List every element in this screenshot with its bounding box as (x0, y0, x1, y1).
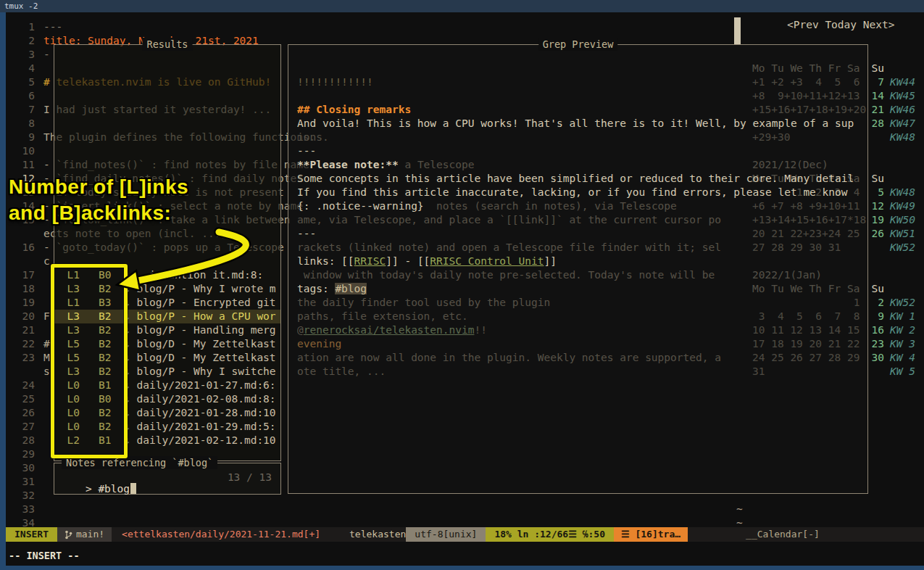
result-name: daily/2021-01-28.md:10 (130, 407, 276, 418)
tag-chip: #blog (335, 283, 367, 294)
preview-text: window with today's daily note pre-selec… (297, 269, 715, 281)
calendar-week-number: KW46 (890, 103, 915, 117)
buffer-count-segment: ☰ [16]tra… (614, 527, 688, 542)
preview-text: ation are now all done in the plugin. We… (297, 352, 721, 363)
terminal-bottom-border (0, 566, 924, 570)
preview-text: ote title, ... (297, 365, 386, 377)
annotation-text-line1: Number of [L]inks (9, 175, 188, 199)
calendar-week-number: KW48 (890, 131, 915, 144)
preview-text: evening (297, 338, 341, 350)
preview-line: @renerocksai/telekasten.nvim!! (297, 323, 866, 337)
result-name: blog/D - My Zettelkast (130, 352, 276, 363)
preview-line: And voila! This is how a CPU works! That… (297, 117, 866, 131)
preview-text: !! (474, 324, 486, 336)
preview-line: ## Closing remarks (297, 103, 866, 117)
result-name: blog/P - Why I switche (130, 365, 276, 377)
preview-text: ]] - [[ (386, 255, 430, 267)
preview-text: notes (search in notes), via Telescope (424, 200, 677, 212)
insert-mode-message: -- INSERT -- (9, 550, 80, 561)
result-name: daily/2021-01-27.md:6: (130, 379, 276, 391)
calendar-week-number: KW44 (890, 75, 915, 89)
preview-line: paths, file extension, etc. (297, 310, 866, 323)
preview-line: ame, via Telescope, and place a `[[link]… (297, 213, 866, 227)
calendar-week-number: KW48 (890, 186, 915, 199)
cursor-position-segment: 18% ln :12/66☰ ℅:50 (486, 527, 614, 542)
preview-text: links: [[ (297, 255, 354, 267)
pane-separator (734, 17, 741, 45)
terminal-left-border (0, 12, 6, 570)
result-name: blog/P - Encrypted git (130, 297, 276, 308)
calendar-week-number: KW45 (890, 89, 915, 103)
preview-text: rackets (linked note) and open a Telesco… (297, 241, 721, 253)
result-name: blog/P - How a CPU wor (130, 310, 276, 322)
preview-line: ation are now all done in the plugin. We… (297, 351, 866, 365)
encoding-segment: utf-8[unix] (406, 527, 486, 542)
preview-line: rackets (linked note) and open a Telesco… (297, 241, 866, 255)
prompt-input[interactable]: > #blog 13 / 13 (60, 471, 275, 518)
result-name: daily/2021-02-08.md:8: (130, 393, 276, 405)
calendar-week-number: KW 4 (890, 351, 915, 365)
preview-line: ote title, ... (297, 365, 866, 379)
preview-text: ame, via Telescope, and place a `[[link]… (297, 214, 721, 226)
preview-text: Some concepts in this article have been … (297, 173, 854, 184)
preview-text: If you find this article inaccurate, lac… (297, 186, 848, 198)
calendar-week-number: KW 1 (890, 310, 915, 323)
calendar-week-number: KW52 (890, 296, 915, 310)
calendar-week-number: KW49 (890, 199, 915, 213)
preview-line: tags: #blog (297, 282, 866, 296)
calendar-next-button[interactable]: Next> (863, 19, 895, 30)
calendar-prev-button[interactable]: <Prev (787, 19, 819, 30)
preview-line: --- (297, 144, 866, 158)
preview-line: !!!!!!!!!!!! (297, 75, 866, 89)
preview-text: And voila! This is how a CPU works! That… (297, 117, 854, 129)
plugin-name-segment: telekasten (330, 527, 406, 542)
preview-content: !!!!!!!!!!!!## Closing remarksAnd voila!… (288, 45, 867, 493)
calendar-buffer-segment: __Calendar[-] (688, 527, 924, 542)
result-count: 13 / 13 (228, 471, 272, 483)
tmux-title-text: tmux -2 (4, 1, 38, 11)
calendar-week-number: KW52 (890, 241, 915, 255)
preview-line: --- (297, 227, 866, 241)
calendar-today-button[interactable]: Today (825, 19, 857, 30)
preview-line: window with today's daily note pre-selec… (297, 268, 866, 282)
preview-text: tags: (297, 283, 335, 294)
git-branch-label: main! (76, 527, 104, 542)
preview-text: **Please note:** (297, 159, 399, 170)
note-link[interactable]: RRISC Control Unit (430, 255, 544, 267)
result-name: daily/2021-01-29.md:5: (130, 421, 276, 432)
preview-line: evening (297, 337, 866, 351)
text-cursor (130, 483, 136, 494)
preview-text: ## Closing remarks (297, 104, 411, 115)
calendar-week-number: KW50 (890, 213, 915, 227)
preview-text: paths, file extension, etc. (297, 310, 468, 322)
preview-line: Some concepts in this article have been … (297, 172, 866, 186)
preview-text: --- (297, 228, 316, 239)
preview-text: ]] (544, 255, 556, 267)
note-link[interactable]: RRISC (354, 255, 386, 267)
prompt-prefix: > (86, 483, 98, 495)
result-name: blog/D - My Zettelkast (130, 338, 276, 350)
empty-line-tilde: ~ (736, 503, 743, 516)
prompt-window: Notes referencing `#blog` > #blog 13 / 1… (54, 463, 281, 495)
git-branch-icon (64, 530, 72, 540)
filename-segment: <ettelkasten/daily/2021-11-21.md[+] (112, 527, 330, 542)
preview-text: the daily finder tool used by the plugin (297, 297, 550, 308)
calendar-week-number: KW 3 (890, 337, 915, 351)
calendar-week-number: KW51 (890, 227, 915, 241)
result-name: daily/2021-02-12.md:10 (130, 434, 276, 446)
preview-line: **Please note:** a Telescope (297, 158, 866, 172)
grep-preview-window: Grep Preview !!!!!!!!!!!!## Closing rema… (288, 44, 868, 494)
calendar-week-number: KW47 (890, 117, 915, 131)
statusline: INSERT main! <ettelkasten/daily/2021-11-… (6, 527, 924, 542)
preview-line: If you find this article inaccurate, lac… (297, 186, 866, 199)
preview-text: --- (297, 145, 316, 157)
preview-text: !!!!!!!!!!!! (297, 76, 373, 88)
note-link: renerocksai/telekasten.nvim (304, 324, 475, 336)
preview-line: {: .notice--warning} notes (search in no… (297, 199, 866, 213)
git-branch-segment: main! (57, 527, 112, 542)
annotation-text-line2: and [B]acklinks: (9, 202, 171, 225)
annotation-arrow (94, 225, 268, 297)
prompt-query: #blog (98, 483, 130, 495)
calendar-week-number: KW 2 (890, 323, 915, 337)
result-name: blog/P - Handling merg (130, 324, 276, 336)
